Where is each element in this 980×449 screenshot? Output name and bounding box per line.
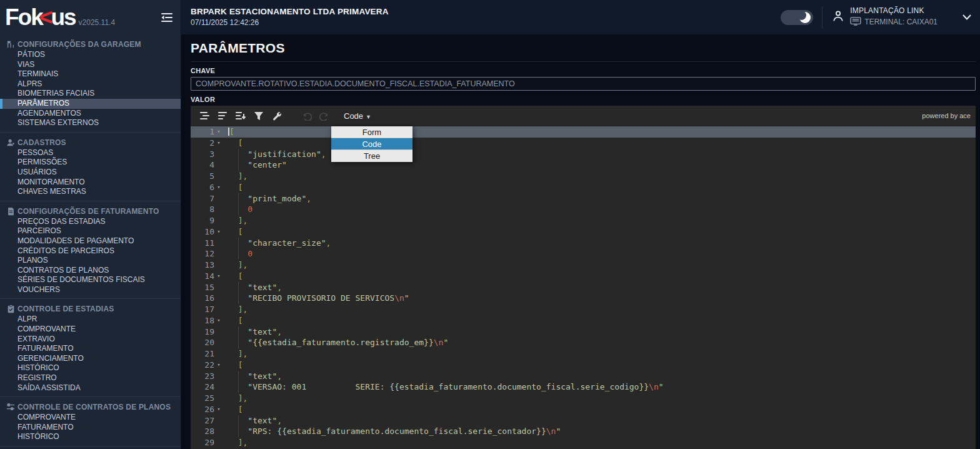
sidebar-item-faturamento[interactable]: FATURAMENTO (0, 423, 181, 433)
line-number: 27 (191, 415, 214, 426)
mode-option-code[interactable]: Code (331, 138, 412, 150)
line-number: 2 (191, 138, 214, 149)
filter-icon[interactable] (250, 108, 268, 124)
code-line[interactable]: 11 "character_size", (191, 238, 976, 249)
code-line[interactable]: 12 0 (191, 248, 976, 260)
sidebar-section-header[interactable]: CONTROLE DE ESTADIAS (0, 303, 181, 315)
sidebar-item-vias[interactable]: VIAS (0, 60, 181, 70)
code-line[interactable]: 14▾ [ (191, 271, 976, 282)
json-editor[interactable]: Code▼powered by ace FormCodeTree 1▾[2▾ [… (191, 106, 976, 449)
code-lines[interactable]: 1▾[2▾ [3 "justification",4 "center"5 ],6… (191, 126, 976, 448)
sidebar-item-faturamento[interactable]: FATURAMENTO (0, 344, 181, 354)
fold-arrow (214, 337, 223, 348)
repair-icon[interactable] (268, 108, 286, 124)
fold-arrow[interactable]: ▾ (214, 138, 223, 149)
code-line[interactable]: 5 ], (191, 171, 976, 182)
sidebar-item-hist-rico[interactable]: HISTÓRICO (0, 363, 181, 373)
sidebar-item-alpr[interactable]: ALPR (0, 315, 181, 325)
sidebar-item-biometrias-faciais[interactable]: BIOMETRIAS FACIAIS (0, 89, 181, 99)
sort-icon[interactable] (232, 108, 249, 124)
sidebar-item-usu-rios[interactable]: USUÁRIOS (0, 168, 181, 178)
sidebar-item-comprovante[interactable]: COMPROVANTE (0, 325, 181, 335)
sidebar-item-comprovante[interactable]: COMPROVANTE (0, 413, 181, 423)
sidebar-section-header[interactable]: CONFIGURAÇÕES DA GARAGEM (0, 39, 181, 50)
code-line[interactable]: 25 ], (191, 393, 976, 404)
code-line[interactable]: 2▾ [ (191, 138, 976, 149)
sidebar-item-s-ries-de-documentos-fiscais[interactable]: SÉRIES DE DOCUMENTOS FISCAIS (0, 275, 181, 285)
chave-input[interactable] (191, 77, 976, 91)
sidebar-section-title: CONTROLE DE CONTRATOS DE PLANOS (18, 403, 171, 411)
code-line[interactable]: 6▾ [ (191, 182, 976, 193)
code-line[interactable]: 20 "{{estadia_faturamento.registrado_em}… (191, 337, 976, 348)
code-line[interactable]: 24 "VERSAO: 001 SERIE: {{estadia_faturam… (191, 381, 976, 393)
sidebar-item-permiss-es[interactable]: PERMISSÕES (0, 158, 181, 168)
sidebar-item-agendamentos[interactable]: AGENDAMENTOS (0, 109, 181, 119)
fold-arrow (214, 326, 223, 338)
sidebar-item-pre-os-das-estadias[interactable]: PREÇOS DAS ESTADIAS (0, 217, 181, 227)
sidebar-item-monitoramento[interactable]: MONITORAMENTO (0, 178, 181, 188)
code-line[interactable]: 26▾ [ (191, 404, 976, 415)
code-line[interactable]: 15 "text", (191, 282, 976, 293)
dark-mode-toggle[interactable] (781, 10, 813, 25)
sidebar-item-hist-rico[interactable]: HISTÓRICO (0, 432, 181, 442)
fold-arrow (214, 348, 223, 360)
code-line[interactable]: 8 0 (191, 204, 976, 215)
sidebar-item-alprs[interactable]: ALPRS (0, 79, 181, 89)
mode-option-tree[interactable]: Tree (331, 150, 412, 162)
sidebar-item-sistemas-externos[interactable]: SISTEMAS EXTERNOS (0, 118, 181, 128)
code-line[interactable]: 19 "text", (191, 326, 976, 338)
fold-arrow[interactable]: ▾ (214, 404, 223, 415)
sidebar-item-cr-ditos-de-parceiros[interactable]: CRÉDITOS DE PARCEIROS (0, 246, 181, 256)
code-line[interactable]: 9 ], (191, 215, 976, 226)
main-content: PARÂMETROS CHAVE VALOR Code▼powered by a… (181, 34, 980, 449)
compact-icon[interactable] (214, 108, 231, 124)
sidebar-section-header[interactable]: CONTROLE DE CONTRATOS DE PLANOS (0, 401, 181, 413)
sidebar-collapse-icon[interactable] (161, 13, 173, 23)
code-line[interactable]: 1▾[ (191, 126, 976, 138)
code-line[interactable]: 10▾ [ (191, 226, 976, 238)
sidebar-item-contratos-de-planos[interactable]: CONTRATOS DE PLANOS (0, 266, 181, 276)
code-line[interactable]: 4 "center" (191, 159, 976, 171)
user-menu[interactable]: IMPLANTAÇÃO LINK TERMINAL: CAIXA0 (831, 6, 938, 28)
code-line[interactable]: 27 "text", (191, 415, 976, 426)
sidebar-item-registro[interactable]: REGISTRO (0, 373, 181, 383)
fold-arrow[interactable]: ▾ (214, 315, 223, 326)
fold-arrow[interactable]: ▾ (214, 126, 223, 138)
code-line[interactable]: 28 "RPS: {{estadia_faturamento.documento… (191, 426, 976, 437)
code-line[interactable]: 3 "justification", (191, 149, 976, 160)
code-line[interactable]: 22▾ [ (191, 360, 976, 371)
code-line[interactable]: 18▾ [ (191, 315, 976, 326)
mode-option-form[interactable]: Form (331, 126, 412, 138)
fold-arrow[interactable]: ▾ (214, 226, 223, 238)
sidebar-item-par-metros[interactable]: PARÂMETROS (0, 99, 181, 109)
code-line[interactable]: 16 "RECIBO PROVISORIO DE SERVICOS\n" (191, 293, 976, 304)
sidebar-item-pessoas[interactable]: PESSOAS (0, 148, 181, 158)
code-line[interactable]: 13 ], (191, 260, 976, 271)
sidebar-item-parceiros[interactable]: PARCEIROS (0, 226, 181, 236)
sidebar-item-p-tios[interactable]: PÁTIOS (0, 50, 181, 60)
sidebar-item-modalidades-de-pagamento[interactable]: MODALIDADES DE PAGAMENTO (0, 236, 181, 246)
code-text: ], (223, 171, 248, 182)
sidebar-item-sa-da-assistida[interactable]: SAÍDA ASSISTIDA (0, 383, 181, 393)
code-line[interactable]: 29 ], (191, 437, 976, 448)
fold-arrow[interactable]: ▾ (214, 182, 223, 193)
code-line[interactable]: 7 "print_mode", (191, 193, 976, 204)
sidebar-item-chaves-mestras[interactable]: CHAVES MESTRAS (0, 187, 181, 197)
sidebar-section-header[interactable]: CADASTROS (0, 137, 181, 148)
fold-arrow[interactable]: ▾ (214, 271, 223, 282)
sidebar-item-planos[interactable]: PLANOS (0, 256, 181, 266)
sidebar-item-extravio[interactable]: EXTRAVIO (0, 335, 181, 345)
code-line[interactable]: 21 ], (191, 348, 976, 360)
code-text: "text", (223, 326, 282, 338)
code-line[interactable]: 17 ], (191, 304, 976, 315)
format-icon[interactable] (196, 108, 213, 124)
sidebar-item-terminais[interactable]: TERMINAIS (0, 69, 181, 79)
sidebar-item-vouchers[interactable]: VOUCHERS (0, 285, 181, 295)
chevron-down-icon[interactable] (962, 14, 971, 20)
code-line[interactable]: 23 "text", (191, 371, 976, 382)
mode-select-button[interactable]: Code▼ (340, 109, 375, 123)
sidebar-item-gerenciamento[interactable]: GERENCIAMENTO (0, 354, 181, 364)
fold-arrow[interactable]: ▾ (214, 360, 223, 371)
fold-arrow (214, 248, 223, 260)
sidebar-section-header[interactable]: CONFIGURAÇÕES DE FATURAMENTO (0, 206, 181, 217)
